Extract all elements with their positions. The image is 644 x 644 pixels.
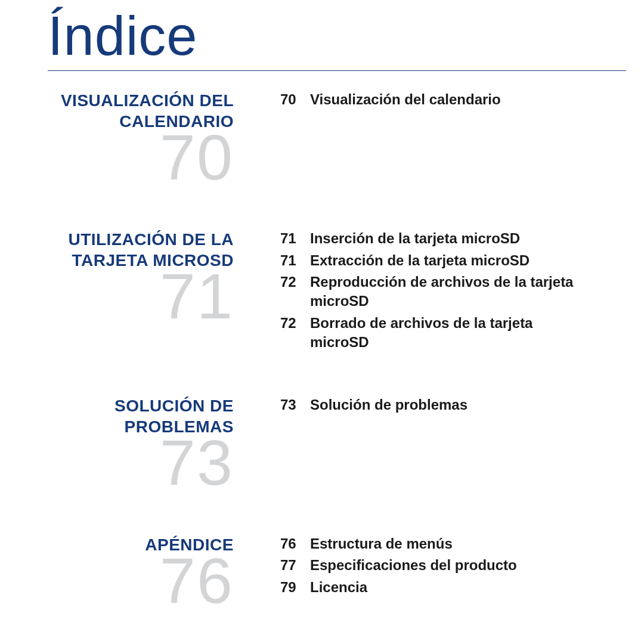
section-left: VISUALIZACIÓN DEL CALENDARIO 70 <box>48 90 244 186</box>
section-heading: VISUALIZACIÓN DEL CALENDARIO <box>48 90 234 132</box>
title-block: Índice <box>48 0 602 71</box>
toc-entry-page: 79 <box>280 578 310 597</box>
toc-entry-title: Inserción de la tarjeta microSD <box>310 229 602 248</box>
toc-entry-page: 73 <box>280 395 310 414</box>
section-left: SOLUCIÓN DE PROBLEMAS 73 <box>48 395 244 491</box>
toc-entry-page: 77 <box>280 556 310 575</box>
section-heading: APÉNDICE <box>48 534 234 555</box>
section-left: APÉNDICE 76 <box>48 534 244 609</box>
toc-entry-page: 71 <box>280 229 310 248</box>
toc-entry-page: 76 <box>280 534 310 553</box>
section-heading: SOLUCIÓN DE PROBLEMAS <box>48 395 234 437</box>
toc-entry-title: Licencia <box>310 578 602 597</box>
toc-entries: 76 Estructura de menús 77 Especificacion… <box>280 534 602 597</box>
toc-entry-title: Solución de problemas <box>310 395 602 414</box>
toc-section: UTILIZACIÓN DE LA TARJETA MICROSD 71 71 … <box>48 229 602 352</box>
section-big-page-number: 73 <box>48 434 234 491</box>
toc-entry-title: Especificaciones del producto <box>310 556 602 575</box>
toc-entries: 71 Inserción de la tarjeta microSD 71 Ex… <box>280 229 602 352</box>
toc-entry-title: Borrado de archivos de la tarjeta microS… <box>310 314 602 352</box>
toc-section: APÉNDICE 76 76 Estructura de menús 77 Es… <box>48 534 602 609</box>
title-underline <box>48 70 626 71</box>
toc-entry-title: Visualización del calendario <box>310 90 602 109</box>
toc-entry-page: 71 <box>280 251 310 270</box>
toc-entry-page: 72 <box>280 273 310 311</box>
section-big-page-number: 71 <box>48 267 234 325</box>
section-big-page-number: 70 <box>48 128 234 186</box>
section-left: UTILIZACIÓN DE LA TARJETA MICROSD 71 <box>48 229 244 325</box>
toc-section: SOLUCIÓN DE PROBLEMAS 73 73 Solución de … <box>48 395 602 491</box>
toc-section: VISUALIZACIÓN DEL CALENDARIO 70 70 Visua… <box>48 90 602 186</box>
toc-entries: 70 Visualización del calendario <box>280 90 602 109</box>
section-heading: UTILIZACIÓN DE LA TARJETA MICROSD <box>48 229 234 271</box>
toc-entry-title: Extracción de la tarjeta microSD <box>310 251 602 270</box>
toc-entry-page: 72 <box>280 314 310 352</box>
toc-entry-title: Reproducción de archivos de la tarjeta m… <box>310 273 602 311</box>
toc-entries: 73 Solución de problemas <box>280 395 602 414</box>
toc-entry-title: Estructura de menús <box>310 534 602 553</box>
toc-entry-page: 70 <box>280 90 310 109</box>
section-big-page-number: 76 <box>48 552 234 609</box>
page-title: Índice <box>48 5 602 71</box>
